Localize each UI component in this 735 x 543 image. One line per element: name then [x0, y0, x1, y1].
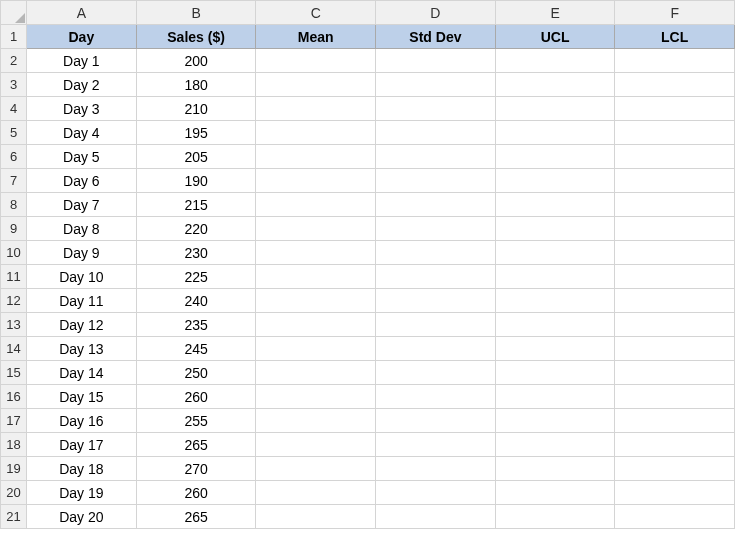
cell-D14[interactable]	[376, 337, 496, 361]
cell-E9[interactable]	[495, 217, 615, 241]
cell-B5[interactable]: 195	[136, 121, 256, 145]
cell-E5[interactable]	[495, 121, 615, 145]
cell-C2[interactable]	[256, 49, 376, 73]
col-header-A[interactable]: A	[26, 1, 136, 25]
cell-C17[interactable]	[256, 409, 376, 433]
cell-E13[interactable]	[495, 313, 615, 337]
cell-A9[interactable]: Day 8	[26, 217, 136, 241]
row-header-20[interactable]: 20	[1, 481, 27, 505]
cell-F14[interactable]	[615, 337, 735, 361]
cell-A10[interactable]: Day 9	[26, 241, 136, 265]
cell-F15[interactable]	[615, 361, 735, 385]
cell-A4[interactable]: Day 3	[26, 97, 136, 121]
cell-E4[interactable]	[495, 97, 615, 121]
cell-D9[interactable]	[376, 217, 496, 241]
row-header-10[interactable]: 10	[1, 241, 27, 265]
cell-F6[interactable]	[615, 145, 735, 169]
cell-E10[interactable]	[495, 241, 615, 265]
cell-A2[interactable]: Day 1	[26, 49, 136, 73]
cell-C5[interactable]	[256, 121, 376, 145]
cell-D17[interactable]	[376, 409, 496, 433]
cell-D2[interactable]	[376, 49, 496, 73]
row-header-15[interactable]: 15	[1, 361, 27, 385]
cell-E7[interactable]	[495, 169, 615, 193]
cell-C6[interactable]	[256, 145, 376, 169]
cell-B7[interactable]: 190	[136, 169, 256, 193]
cell-D11[interactable]	[376, 265, 496, 289]
cell-A6[interactable]: Day 5	[26, 145, 136, 169]
cell-E16[interactable]	[495, 385, 615, 409]
cell-C13[interactable]	[256, 313, 376, 337]
row-header-13[interactable]: 13	[1, 313, 27, 337]
cell-C9[interactable]	[256, 217, 376, 241]
cell-A13[interactable]: Day 12	[26, 313, 136, 337]
cell-E14[interactable]	[495, 337, 615, 361]
cell-D16[interactable]	[376, 385, 496, 409]
cell-B21[interactable]: 265	[136, 505, 256, 529]
row-header-11[interactable]: 11	[1, 265, 27, 289]
cell-D7[interactable]	[376, 169, 496, 193]
cell-F4[interactable]	[615, 97, 735, 121]
cell-C15[interactable]	[256, 361, 376, 385]
cell-C19[interactable]	[256, 457, 376, 481]
cell-F2[interactable]	[615, 49, 735, 73]
cell-E18[interactable]	[495, 433, 615, 457]
cell-A8[interactable]: Day 7	[26, 193, 136, 217]
row-header-6[interactable]: 6	[1, 145, 27, 169]
cell-A14[interactable]: Day 13	[26, 337, 136, 361]
cell-C10[interactable]	[256, 241, 376, 265]
cell-F8[interactable]	[615, 193, 735, 217]
cell-A19[interactable]: Day 18	[26, 457, 136, 481]
cell-F3[interactable]	[615, 73, 735, 97]
cell-F5[interactable]	[615, 121, 735, 145]
cell-B3[interactable]: 180	[136, 73, 256, 97]
cell-C18[interactable]	[256, 433, 376, 457]
cell-E17[interactable]	[495, 409, 615, 433]
cell-D12[interactable]	[376, 289, 496, 313]
cell-B6[interactable]: 205	[136, 145, 256, 169]
cell-A16[interactable]: Day 15	[26, 385, 136, 409]
select-all-corner[interactable]	[1, 1, 27, 25]
cell-F13[interactable]	[615, 313, 735, 337]
cell-E12[interactable]	[495, 289, 615, 313]
spreadsheet-grid[interactable]: A B C D E F 1 Day Sales ($) Mean Std Dev…	[0, 0, 735, 529]
cell-C20[interactable]	[256, 481, 376, 505]
cell-B2[interactable]: 200	[136, 49, 256, 73]
cell-C11[interactable]	[256, 265, 376, 289]
cell-D4[interactable]	[376, 97, 496, 121]
cell-C14[interactable]	[256, 337, 376, 361]
row-header-17[interactable]: 17	[1, 409, 27, 433]
cell-B11[interactable]: 225	[136, 265, 256, 289]
row-header-2[interactable]: 2	[1, 49, 27, 73]
cell-C4[interactable]	[256, 97, 376, 121]
cell-A7[interactable]: Day 6	[26, 169, 136, 193]
cell-B1[interactable]: Sales ($)	[136, 25, 256, 49]
row-header-16[interactable]: 16	[1, 385, 27, 409]
cell-C7[interactable]	[256, 169, 376, 193]
cell-F21[interactable]	[615, 505, 735, 529]
cell-A20[interactable]: Day 19	[26, 481, 136, 505]
cell-D1[interactable]: Std Dev	[376, 25, 496, 49]
cell-B20[interactable]: 260	[136, 481, 256, 505]
col-header-F[interactable]: F	[615, 1, 735, 25]
cell-D20[interactable]	[376, 481, 496, 505]
cell-E2[interactable]	[495, 49, 615, 73]
cell-F19[interactable]	[615, 457, 735, 481]
cell-F1[interactable]: LCL	[615, 25, 735, 49]
cell-B12[interactable]: 240	[136, 289, 256, 313]
cell-D6[interactable]	[376, 145, 496, 169]
cell-D10[interactable]	[376, 241, 496, 265]
cell-B19[interactable]: 270	[136, 457, 256, 481]
row-header-14[interactable]: 14	[1, 337, 27, 361]
cell-E11[interactable]	[495, 265, 615, 289]
row-header-3[interactable]: 3	[1, 73, 27, 97]
cell-B4[interactable]: 210	[136, 97, 256, 121]
cell-A12[interactable]: Day 11	[26, 289, 136, 313]
cell-A21[interactable]: Day 20	[26, 505, 136, 529]
cell-C21[interactable]	[256, 505, 376, 529]
cell-E3[interactable]	[495, 73, 615, 97]
cell-C3[interactable]	[256, 73, 376, 97]
cell-E8[interactable]	[495, 193, 615, 217]
cell-B18[interactable]: 265	[136, 433, 256, 457]
cell-E1[interactable]: UCL	[495, 25, 615, 49]
